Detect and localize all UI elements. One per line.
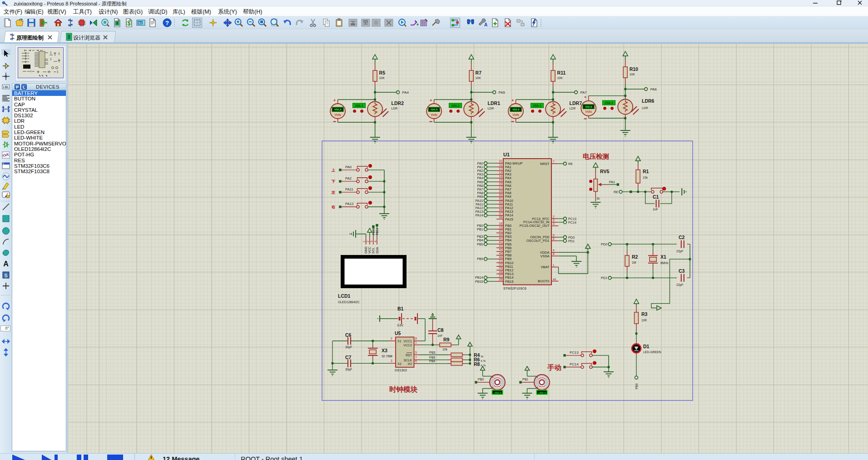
svg-text:R7: R7: [476, 70, 482, 75]
svg-text:256.1: 256.1: [533, 104, 541, 108]
svg-text:488.8: 488.8: [585, 105, 592, 108]
svg-text:右: 右: [331, 205, 335, 209]
svg-text:256.1: 256.1: [605, 101, 613, 105]
svg-text:LDR2: LDR2: [392, 100, 404, 106]
svg-text:10k: 10k: [643, 176, 648, 179]
svg-text:上: 上: [331, 168, 335, 172]
svg-text:DS1302: DS1302: [395, 368, 407, 372]
svg-text:12: 12: [499, 167, 502, 170]
svg-text:R2: R2: [632, 254, 638, 260]
svg-text:R9: R9: [443, 337, 450, 342]
svg-text:C3: C3: [679, 268, 685, 274]
svg-text:31: 31: [499, 197, 502, 200]
svg-text:PB1: PB1: [477, 227, 483, 231]
svg-text:30: 30: [499, 193, 502, 196]
svg-text:8: 8: [415, 337, 417, 340]
svg-text:1M: 1M: [632, 261, 636, 264]
svg-text:44: 44: [553, 278, 556, 281]
svg-text:BOOT0: BOOT0: [538, 279, 549, 283]
svg-text:10K: 10K: [630, 73, 635, 76]
svg-text:42: 42: [499, 244, 502, 247]
svg-text:488.8: 488.8: [431, 108, 438, 111]
svg-text:10: 10: [499, 160, 502, 163]
svg-text:R11: R11: [557, 70, 566, 75]
svg-text:PC13: PC13: [570, 350, 579, 355]
svg-text:OSCOUT_PD1: OSCOUT_PD1: [526, 239, 550, 243]
svg-text:3.6V: 3.6V: [397, 324, 403, 327]
svg-text:S: S: [4, 273, 7, 278]
svg-text:22pF: 22pF: [676, 283, 684, 287]
svg-text:LDR: LDR: [392, 107, 398, 110]
svg-text:PA1: PA1: [609, 180, 615, 184]
svg-text:C6: C6: [345, 332, 352, 338]
svg-text:256.1: 256.1: [355, 104, 363, 108]
svg-text:14: 14: [499, 175, 502, 178]
svg-text:VBAT: VBAT: [541, 265, 549, 269]
svg-text:PA11: PA11: [345, 187, 353, 191]
svg-text:LDR: LDR: [570, 107, 576, 110]
svg-text:LCD1: LCD1: [338, 293, 351, 299]
svg-text:PA14: PA14: [475, 213, 483, 217]
svg-text:X2: X2: [397, 362, 402, 365]
svg-text:26: 26: [499, 270, 502, 274]
svg-text:Volts: Volts: [585, 110, 592, 113]
svg-text:LDR: LDR: [642, 106, 648, 110]
svg-text:30pF: 30pF: [345, 345, 352, 349]
svg-text:10K: 10K: [379, 76, 385, 80]
svg-text:D1: D1: [643, 344, 650, 349]
svg-text:SDA: SDA: [376, 247, 379, 254]
svg-text:29: 29: [499, 190, 502, 193]
svg-text:X3: X3: [382, 348, 387, 353]
svg-text:PD1: PD1: [568, 239, 575, 243]
svg-text:38: 38: [499, 215, 502, 219]
svg-text:PB0: PB0: [478, 378, 484, 381]
svg-text:?: ?: [165, 20, 169, 26]
svg-text:2: 2: [366, 240, 369, 242]
svg-text:PA15: PA15: [505, 217, 513, 221]
svg-text:45: 45: [499, 252, 502, 255]
svg-text:RE: RE: [568, 162, 573, 166]
svg-text:19: 19: [499, 225, 502, 229]
svg-text:RST: RST: [406, 354, 412, 357]
svg-text:R10: R10: [630, 66, 638, 72]
svg-text:X1: X1: [660, 254, 666, 260]
svg-text:R1: R1: [643, 169, 649, 174]
svg-text:PB15: PB15: [505, 280, 513, 284]
svg-text:R8: R8: [474, 361, 480, 367]
svg-text:PB15: PB15: [475, 280, 483, 284]
svg-text:32: 32: [499, 200, 502, 204]
svg-text:下: 下: [331, 180, 335, 184]
svg-text:6: 6: [553, 237, 555, 240]
svg-text:NRST: NRST: [540, 162, 550, 166]
svg-text:39: 39: [499, 233, 502, 236]
svg-text:VCC1: VCC1: [403, 340, 412, 343]
svg-text:PA7: PA7: [580, 90, 587, 95]
svg-text:2: 2: [553, 215, 555, 218]
svg-text:21: 21: [499, 259, 502, 262]
svg-text:STM32F103C6: STM32F103C6: [503, 286, 526, 290]
svg-text:PB4: PB4: [429, 360, 435, 363]
svg-text:U1: U1: [503, 152, 510, 157]
svg-text:LBL: LBL: [3, 85, 9, 89]
svg-text:+: +: [430, 98, 432, 103]
svg-text:+888.8: +888.8: [494, 391, 501, 394]
svg-text:PC14: PC14: [570, 362, 579, 366]
svg-text:LED-GREEN: LED-GREEN: [643, 350, 661, 354]
svg-text:10k: 10k: [442, 348, 448, 351]
svg-text:Volts: Volts: [431, 113, 437, 116]
svg-text:30pF: 30pF: [345, 368, 352, 371]
svg-text:13: 13: [499, 171, 502, 174]
svg-text:PB9: PB9: [635, 383, 638, 389]
svg-text:3: 3: [370, 240, 373, 242]
svg-text:2: 2: [391, 337, 392, 340]
svg-text:1: 1: [415, 341, 417, 344]
svg-text:9: 9: [553, 249, 555, 252]
svg-text:37: 37: [499, 212, 502, 215]
svg-text:11: 11: [499, 163, 502, 166]
svg-text:22: 22: [499, 263, 502, 266]
svg-text:左: 左: [331, 190, 335, 195]
svg-text:PB3: PB3: [429, 351, 435, 354]
svg-text:PB5: PB5: [477, 242, 483, 246]
svg-text:33: 33: [499, 204, 502, 207]
svg-text:SCLK: SCLK: [404, 359, 412, 362]
